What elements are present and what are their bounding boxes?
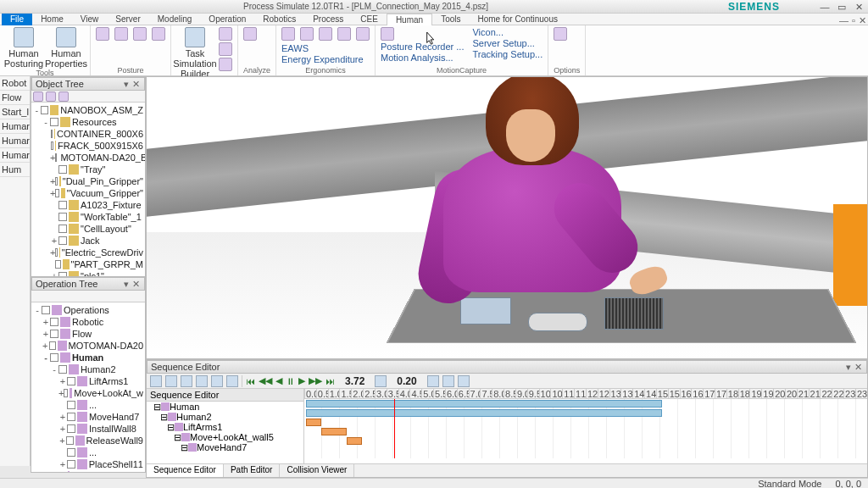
energy-expenditure-link[interactable]: Energy Expenditure — [281, 54, 370, 64]
doc-restore-icon[interactable]: ▫ — [852, 15, 855, 26]
tab-path-editor[interactable]: Path Editor — [224, 464, 280, 477]
left-tab[interactable]: Flow — [0, 91, 30, 105]
ergo-icon-4[interactable] — [337, 27, 351, 41]
left-tab[interactable]: Humar — [0, 119, 30, 134]
doc-min-icon[interactable]: — — [839, 15, 849, 26]
ribbon-tab-process[interactable]: Process — [304, 14, 352, 25]
seq-row[interactable]: ⊟ Human — [147, 402, 303, 412]
gantt-area[interactable]: 0.00.51.01.52.02.53.03.54.04.55.05.56.06… — [304, 389, 867, 463]
panel-close-icon[interactable]: ✕ — [132, 279, 141, 290]
op-node[interactable]: +ReleaseWall9 — [33, 435, 143, 446]
task-sim-builder-button[interactable]: Task Simulation Builder — [176, 27, 214, 79]
tree-tool-icon[interactable] — [46, 92, 56, 102]
seq-tool-icon[interactable] — [427, 375, 439, 387]
operation-tree-body[interactable]: -Operations+Robotic+Flow+MOTOMAN-DA20-Hu… — [31, 302, 145, 472]
tree-node[interactable]: +MOTOMAN-DA20_B — [33, 152, 143, 164]
gantt-bar-movehand[interactable] — [347, 437, 362, 445]
left-tab[interactable]: Humar — [0, 134, 30, 148]
op-node[interactable]: ... — [33, 446, 143, 458]
seq-tool-icon[interactable] — [150, 375, 162, 387]
seq-row[interactable]: ⊟ MoveHand7 — [147, 442, 303, 452]
op-node[interactable]: +AssembleShell12 — [33, 470, 143, 472]
tree-node[interactable]: FRACK_500X915X6 — [33, 140, 143, 152]
panel-close-icon[interactable]: ✕ — [132, 79, 141, 90]
tree-node[interactable]: "PART_GRPR_M — [33, 258, 143, 270]
ergo-icon-3[interactable] — [319, 27, 332, 41]
gantt-bar-liftarms1[interactable] — [306, 419, 321, 426]
object-tree-body[interactable]: -NANOBOX_ASM_Z-ResourcesCONTAINER_800X6F… — [31, 103, 145, 277]
op-node[interactable]: +Move+LookAt_w — [33, 387, 143, 399]
zoom-fit-icon[interactable] — [211, 375, 223, 387]
tree-node[interactable]: "CellLayout" — [33, 223, 143, 235]
gantt-bar-movelook[interactable] — [321, 428, 347, 435]
op-node[interactable]: -Operations — [33, 304, 143, 316]
left-tab[interactable]: Robot — [0, 76, 30, 91]
ribbon-tab-modeling[interactable]: Modeling — [149, 14, 201, 25]
ribbon-tab-operation[interactable]: Operation — [200, 14, 254, 25]
tree-tool-icon[interactable] — [58, 92, 69, 102]
human-properties-button[interactable]: Human Properties — [47, 27, 85, 69]
op-node[interactable]: -Human — [33, 352, 143, 363]
ribbon-tab-file[interactable]: File — [2, 14, 32, 25]
close-button[interactable]: ✕ — [853, 2, 865, 12]
op-node[interactable]: +MOTOMAN-DA20 — [33, 340, 143, 352]
op-node[interactable]: +Robotic — [33, 316, 143, 328]
ribbon-tab-tools[interactable]: Tools — [432, 14, 469, 25]
doc-close-icon[interactable]: ✕ — [859, 15, 866, 26]
server-setup-link[interactable]: Server Setup... — [472, 38, 542, 48]
gantt-bar-human2[interactable] — [306, 409, 662, 417]
tree-node[interactable]: "Tray" — [33, 164, 143, 175]
ergo-icon-5[interactable] — [356, 27, 370, 41]
tree-node[interactable]: "WorkTable"_1 — [33, 211, 143, 223]
op-node[interactable]: +InstallWall8 — [33, 423, 143, 435]
ribbon-tab-home-for-continuous[interactable]: Home for Continuous — [469, 14, 566, 25]
tree-tool-icon[interactable] — [33, 92, 43, 102]
tree-node[interactable]: -NANOBOX_ASM_Z — [33, 104, 143, 116]
ribbon-tab-cee[interactable]: CEE — [352, 14, 387, 25]
analyze-icon[interactable] — [243, 27, 257, 41]
tree-node[interactable]: A1023_Fixture — [33, 199, 143, 211]
ribbon-tab-home[interactable]: Home — [32, 14, 72, 25]
playhead[interactable] — [394, 399, 395, 458]
pin-icon[interactable]: ▾ — [124, 279, 132, 290]
maximize-button[interactable]: ▭ — [836, 2, 848, 12]
op-node[interactable]: -Human2 — [33, 363, 143, 375]
sequence-row-list[interactable]: Sequence Editor ⊟ Human⊟ Human2⊟ LiftArm… — [147, 389, 304, 463]
tracking-setup-link[interactable]: Tracking Setup... — [472, 49, 542, 59]
ergo-icon-1[interactable] — [281, 27, 295, 41]
posture-icon-1[interactable] — [96, 27, 109, 41]
seq-row[interactable]: ⊟ Human2 — [147, 412, 303, 422]
panel-close-icon[interactable]: ✕ — [854, 362, 863, 373]
gantt-chart[interactable] — [304, 399, 867, 458]
posture-icon-2[interactable] — [114, 27, 128, 41]
ribbon-tab-robotics[interactable]: Robotics — [254, 14, 304, 25]
operation-tree-header[interactable]: Operation Tree ▾ ✕ — [31, 277, 145, 291]
tree-node[interactable]: CONTAINER_800X6 — [33, 128, 143, 140]
seq-tool-icon[interactable] — [442, 375, 454, 387]
tab-sequence-editor[interactable]: Sequence Editor — [147, 464, 224, 477]
op-node[interactable]: ... — [33, 399, 143, 411]
vicon-link[interactable]: Vicon... — [472, 27, 542, 37]
sim-icon-2[interactable] — [219, 42, 232, 56]
op-node[interactable]: +PlaceShell11 — [33, 458, 143, 470]
gantt-bar-human[interactable] — [306, 400, 662, 408]
minimize-button[interactable]: — — [819, 2, 831, 12]
posture-icon-3[interactable] — [133, 27, 147, 41]
pin-icon[interactable]: ▾ — [124, 79, 132, 90]
play-button[interactable]: ▶ — [298, 375, 305, 386]
jump-end-button[interactable]: ⏭ — [326, 376, 335, 386]
3d-viewport[interactable] — [146, 76, 868, 359]
step-back-button[interactable]: ◀◀ — [259, 375, 272, 386]
posture-icon-4[interactable] — [152, 27, 165, 41]
step-fwd-button[interactable]: ▶▶ — [309, 375, 322, 386]
left-tab[interactable]: Humar — [0, 148, 30, 163]
ergo-icon-2[interactable] — [300, 27, 314, 41]
op-node[interactable]: +Flow — [33, 328, 143, 340]
options-icon[interactable] — [554, 27, 567, 41]
sequence-editor-header[interactable]: Sequence Editor ▾ ✕ — [147, 360, 867, 374]
motion-analysis-link[interactable]: Motion Analysis... — [381, 53, 464, 63]
seq-tool-icon[interactable] — [458, 375, 470, 387]
seq-row[interactable]: ⊟ LiftArms1 — [147, 422, 303, 432]
seq-row[interactable]: ⊟ Move+LookAt_wall5 — [147, 432, 303, 442]
sim-icon-3[interactable] — [219, 58, 232, 71]
